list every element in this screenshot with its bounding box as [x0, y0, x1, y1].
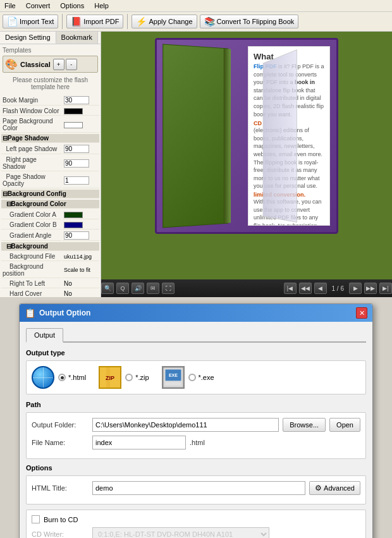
btn-first[interactable]: |◀ [284, 283, 297, 294]
options-label: Options [26, 464, 366, 472]
section-background: ⊟Background [1, 242, 99, 251]
burn-to-cd-checkbox[interactable] [32, 515, 40, 523]
btn-zoom-out[interactable]: Q [116, 283, 129, 294]
gradient-a-swatch[interactable] [64, 212, 83, 218]
menu-convert[interactable]: Convert [24, 1, 52, 10]
cd-writer-label: CD Writer: [32, 530, 89, 538]
menu-help[interactable]: Help [92, 1, 111, 10]
cd-writer-row: CD Writer: 0:1:0,E: HL-DT-ST DVD-ROM DH4… [32, 527, 360, 538]
setting-gradient-a: Gradient Color A [1, 210, 99, 219]
viewer-controls: 🔍 Q 🔊 ✉ ⛶ |◀ ◀◀ ◀ 1 / 6 ▶ ▶▶ ▶| [101, 279, 392, 297]
burn-section: Burn to CD CD Writer: 0:1:0,E: HL-DT-ST … [26, 510, 366, 538]
dialog-close-button[interactable]: ✕ [356, 307, 367, 319]
gradient-b-swatch[interactable] [64, 222, 83, 228]
tab-output[interactable]: Output [26, 328, 63, 343]
file-ext-label: .html [190, 439, 205, 446]
toolbar: 📄 Import Text 📕 Import PDF ⚡ Apply Chang… [0, 12, 392, 32]
left-panel: Design Setting Bookmark Templates 🎨 Clas… [0, 32, 101, 297]
flash-window-color-swatch[interactable] [64, 108, 83, 114]
advanced-button[interactable]: ⚙ Advanced [309, 481, 360, 495]
toolbar-separator [62, 14, 63, 29]
output-type-exe[interactable]: EXE *.exe [162, 366, 214, 389]
shadow-opacity-input[interactable] [64, 176, 89, 185]
apply-icon: ⚡ [136, 16, 147, 27]
html-title-label: HTML Title: [32, 484, 89, 492]
btn-search[interactable]: 🔍 [101, 283, 114, 294]
html-icon [32, 366, 54, 389]
options-section: HTML Title: ⚙ Advanced [26, 475, 366, 504]
book-margin-input[interactable] [64, 96, 89, 104]
right-shadow-input[interactable] [64, 159, 89, 168]
template-btn-1[interactable]: + [53, 59, 64, 70]
btn-last[interactable]: ▶| [379, 283, 392, 294]
html-title-input[interactable] [92, 481, 305, 495]
setting-gradient-angle: Gradient Angle [1, 231, 99, 241]
pdf-icon: 📕 [71, 16, 82, 27]
convert-to-flipping-button[interactable]: 📚 Convert To Flipping Book [200, 15, 299, 28]
btn-prev[interactable]: ◀ [314, 283, 327, 294]
left-shadow-input[interactable] [64, 145, 89, 153]
html-title-row: HTML Title: ⚙ Advanced [32, 481, 360, 495]
btn-prev2[interactable]: ◀◀ [299, 283, 312, 294]
btn-fullscreen[interactable]: ⛶ [162, 283, 175, 294]
output-folder-label: Output Folder: [32, 421, 89, 429]
open-button[interactable]: Open [329, 418, 360, 432]
zip-radio[interactable] [125, 374, 133, 381]
menu-options[interactable]: Options [58, 1, 86, 10]
page-bg-color-swatch[interactable] [64, 122, 83, 128]
template-icon: 🎨 [5, 58, 18, 70]
section-page-shadow: ⊟Page Shadow [1, 134, 99, 143]
dialog-overlay: 📋 Output Option ✕ Output Output type *.h… [0, 303, 392, 538]
burn-checkbox-row: Burn to CD [32, 515, 360, 523]
browse-button[interactable]: Browse... [283, 418, 326, 432]
btn-sound[interactable]: 🔊 [132, 283, 144, 294]
setting-flash-window-color: Flash Window Color [1, 107, 99, 116]
section-bg-color: ⊟Background Color [1, 200, 99, 209]
output-type-zip[interactable]: ZIP *.zip [99, 366, 149, 389]
exe-radio-label: *.exe [188, 374, 214, 381]
html-radio[interactable] [58, 374, 66, 381]
file-name-input[interactable] [92, 436, 186, 449]
setting-gradient-b: Gradient Color B [1, 221, 99, 229]
setting-bg-file: Background File uku114.jpg [1, 252, 99, 261]
file-name-label: File Name: [32, 439, 89, 446]
flipping-page [263, 49, 297, 223]
burn-to-cd-label: Burn to CD [44, 516, 78, 523]
app-window: File Convert Options Help 📄 Import Text … [0, 0, 392, 297]
dialog-body: Output Output type *.html [20, 322, 372, 538]
btn-next2[interactable]: ▶▶ [364, 283, 377, 294]
output-folder-input[interactable] [92, 418, 279, 432]
apply-change-button[interactable]: ⚡ Apply Change [132, 15, 197, 28]
dialog-title-icon: 📋 [25, 308, 35, 318]
import-pdf-button[interactable]: 📕 Import PDF [66, 15, 123, 28]
setting-right-shadow: Right page Shadow [1, 156, 99, 171]
template-classical[interactable]: 🎨 Classical + - [3, 56, 98, 73]
import-text-button[interactable]: 📄 Import Text [3, 15, 58, 28]
btn-next[interactable]: ▶ [349, 283, 362, 294]
btn-share[interactable]: ✉ [147, 283, 159, 294]
output-option-dialog: 📋 Output Option ✕ Output Output type *.h… [19, 303, 373, 538]
menu-file[interactable]: File [3, 1, 18, 10]
templates-label: Templates [3, 47, 98, 54]
preview-area: What Flip PDF is it? Flip PDF is a compl… [101, 32, 392, 297]
template-btn-2[interactable]: - [66, 59, 77, 70]
settings-table: Book Margin Flash Window Color Page Back… [0, 94, 101, 297]
book-preview: What Flip PDF is it? Flip PDF is a compl… [155, 38, 338, 253]
output-type-html[interactable]: *.html [32, 366, 86, 389]
import-text-icon: 📄 [7, 16, 18, 27]
setting-page-bg-color: Page Background Color [1, 117, 99, 133]
zip-icon: ZIP [99, 366, 121, 389]
exe-icon: EXE [162, 366, 185, 389]
file-name-row: File Name: .html [32, 436, 360, 449]
section-bg-config: ⊟Background Config [1, 190, 99, 199]
customize-text: Please customize the flash template here [3, 75, 98, 92]
dialog-titlebar: 📋 Output Option ✕ [20, 304, 372, 322]
tab-design-setting[interactable]: Design Setting [0, 32, 56, 44]
menu-bar: File Convert Options Help [0, 0, 392, 12]
gradient-angle-input[interactable] [64, 231, 89, 240]
setting-book-margin: Book Margin [1, 95, 99, 106]
tab-bookmark[interactable]: Bookmark [56, 32, 99, 44]
exe-radio[interactable] [188, 374, 196, 381]
path-label: Path [26, 401, 366, 408]
output-type-label: Output type [26, 349, 366, 357]
